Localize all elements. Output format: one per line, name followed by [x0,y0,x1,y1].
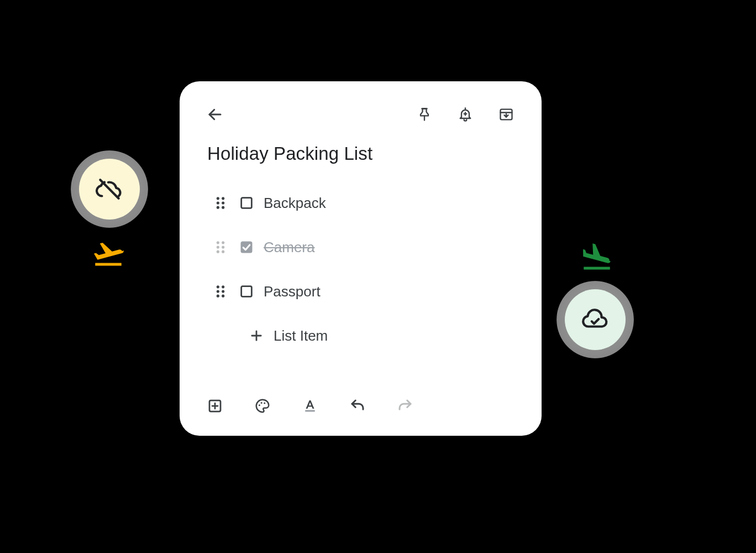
add-box-icon [207,398,223,414]
note-topbar [202,101,519,128]
checkbox[interactable] [229,195,264,211]
drag-handle[interactable] [212,239,229,255]
flight-land-icon [580,241,613,276]
synced-chip-inner [565,289,626,350]
reminder-button[interactable] [452,101,479,128]
drag-indicator-icon [214,195,227,211]
add-box-button[interactable] [202,393,228,419]
back-button[interactable] [202,101,228,128]
pin-icon [417,107,432,122]
svg-rect-23 [241,242,253,253]
svg-point-27 [222,290,224,293]
svg-rect-30 [242,286,252,297]
offline-chip-inner [79,159,140,220]
svg-point-18 [222,241,224,244]
text-format-button[interactable] [297,393,323,419]
svg-point-38 [264,403,265,404]
svg-point-10 [217,197,219,200]
list-item: Camera [212,225,519,269]
item-label[interactable]: Passport [264,283,321,300]
archive-button[interactable] [493,101,519,128]
redo-icon [397,398,413,414]
cloud-done-icon [581,306,609,333]
pin-button[interactable] [411,101,438,128]
checkbox-checked-icon [239,239,254,255]
list-item: Passport [212,269,519,314]
svg-point-36 [259,404,260,406]
note-card: Holiday Packing List Backpack [180,81,542,436]
svg-point-17 [217,241,219,244]
palette-icon [254,398,271,414]
add-list-item[interactable]: List Item [212,314,519,358]
svg-point-28 [217,295,219,298]
add-item-placeholder: List Item [274,327,328,345]
item-label[interactable]: Backpack [264,195,326,212]
svg-point-15 [222,206,224,209]
drag-indicator-icon [214,284,227,299]
plus-icon [249,328,264,343]
svg-point-20 [222,246,224,248]
drag-handle[interactable] [212,195,229,211]
checkbox-unchecked-icon [239,284,254,299]
svg-rect-16 [242,198,252,208]
svg-point-21 [217,251,219,253]
text-format-icon [302,398,318,414]
svg-point-25 [222,285,224,288]
svg-rect-39 [305,410,315,412]
redo-button[interactable] [392,393,418,419]
cloud-off-icon [96,175,123,203]
offline-chip [71,150,148,228]
palette-button[interactable] [249,393,276,419]
list-item: Backpack [212,181,519,225]
checklist: Backpack Camera [202,181,519,358]
arrow-back-icon [207,106,223,123]
svg-point-11 [222,197,224,200]
note-title[interactable]: Holiday Packing List [207,143,519,164]
checkbox[interactable] [229,239,264,255]
svg-point-13 [222,201,224,204]
undo-icon [349,398,366,414]
item-label[interactable]: Camera [264,239,314,256]
bell-add-icon [458,107,473,122]
svg-point-12 [217,201,219,204]
drag-indicator-icon [214,239,227,255]
svg-point-37 [261,402,262,404]
svg-point-26 [217,290,219,293]
svg-point-24 [217,285,219,288]
undo-button[interactable] [344,393,371,419]
checkbox-unchecked-icon [239,195,254,211]
svg-point-22 [222,251,224,253]
flight-takeoff-icon [92,237,125,272]
svg-point-29 [222,295,224,298]
note-bottom-bar [202,393,418,419]
checkbox[interactable] [229,284,264,299]
svg-point-14 [217,206,219,209]
svg-point-19 [217,246,219,248]
archive-icon [498,107,514,122]
synced-chip [556,281,634,358]
drag-handle[interactable] [212,284,229,299]
